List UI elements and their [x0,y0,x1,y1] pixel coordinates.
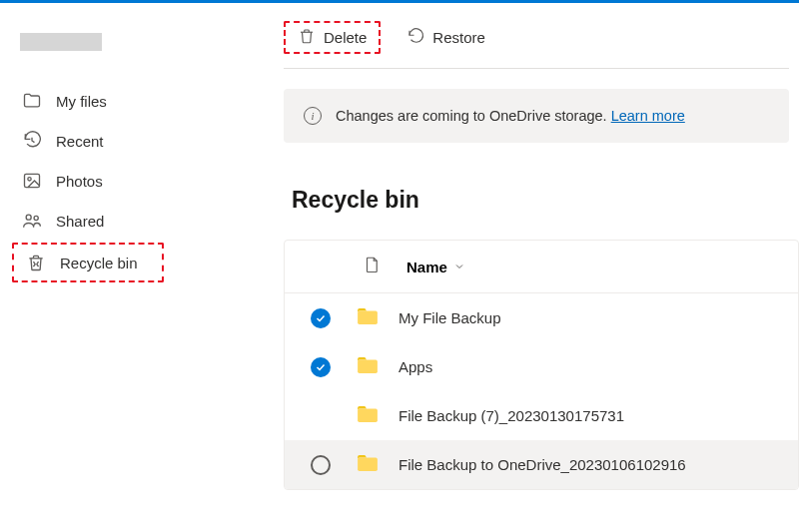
file-type-icon [363,255,383,278]
sidebar-item-recent[interactable]: Recent [12,121,250,161]
brand-placeholder [20,33,102,51]
checkmark-icon [311,357,331,377]
banner-link[interactable]: Learn more [611,108,685,124]
photos-icon [22,171,42,191]
banner-message: Changes are coming to OneDrive storage. [336,108,611,124]
shared-icon [22,211,42,231]
row-select[interactable] [307,357,335,377]
file-table: Name My File Backup [284,240,799,490]
row-name: Apps [399,358,432,375]
sidebar-item-label: Recent [56,133,104,150]
folder-outline-icon [22,91,42,111]
sidebar-item-photos[interactable]: Photos [12,161,250,201]
toolbar: Delete Restore [284,3,799,68]
row-name: File Backup to OneDrive_20230106102916 [399,456,686,473]
column-name-header[interactable]: Name [406,259,465,275]
sidebar-item-label: My files [56,93,107,110]
table-row[interactable]: Apps [285,342,798,391]
sidebar-item-shared[interactable]: Shared [12,201,250,241]
restore-label: Restore [432,29,485,46]
folder-icon [357,307,379,328]
info-banner: i Changes are coming to OneDrive storage… [284,89,789,143]
row-name: File Backup (7)_20230130175731 [399,407,624,424]
banner-text: Changes are coming to OneDrive storage. … [336,108,685,124]
sidebar: My files Recent Photos Shared [0,3,250,532]
checkmark-icon [311,308,331,328]
row-select[interactable] [307,308,335,328]
sidebar-item-my-files[interactable]: My files [12,81,250,121]
info-icon: i [304,107,322,125]
table-header: Name [285,241,798,293]
sidebar-item-label: Recycle bin [60,255,138,271]
folder-icon [357,454,379,475]
folder-icon [357,356,379,377]
svg-point-1 [28,178,31,181]
trash-icon [298,27,316,48]
restore-button[interactable]: Restore [397,21,495,54]
delete-label: Delete [324,29,367,46]
row-name: My File Backup [399,309,501,326]
page-title: Recycle bin [292,187,799,214]
highlight-recycle-bin: Recycle bin [12,243,164,282]
toolbar-divider [284,68,789,69]
sidebar-item-label: Shared [56,213,104,230]
svg-point-3 [34,216,38,220]
radio-outline-icon [311,455,331,475]
highlight-delete-button: Delete [284,21,381,54]
sidebar-item-recycle-bin[interactable]: Recycle bin [16,245,160,280]
svg-rect-0 [25,174,40,187]
folder-icon [357,405,379,426]
column-name-label: Name [406,259,447,275]
table-row[interactable]: File Backup to OneDrive_20230106102916 [285,440,798,489]
main-content: Delete Restore i Changes are coming to O… [250,3,799,532]
row-select[interactable] [307,455,335,475]
table-row[interactable]: My File Backup [285,293,798,342]
table-row[interactable]: File Backup (7)_20230130175731 [285,391,798,440]
row-select[interactable] [307,406,335,426]
recycle-bin-icon [26,253,46,272]
restore-icon [406,27,424,48]
chevron-down-icon [453,261,465,272]
recent-icon [22,131,42,151]
sidebar-item-label: Photos [56,173,103,190]
svg-point-2 [26,215,31,220]
delete-button[interactable]: Delete [288,23,377,52]
unselected-placeholder [311,406,331,426]
